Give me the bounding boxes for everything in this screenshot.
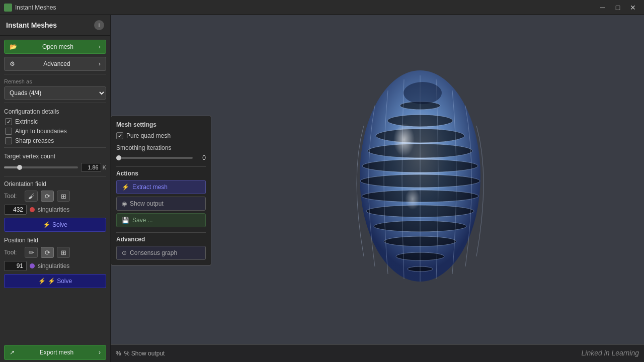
- vertex-unit-label: K: [103, 164, 106, 170]
- extract-mesh-label: Extract mesh: [132, 184, 168, 191]
- divider-1: [4, 74, 106, 74]
- sharp-creases-label: Sharp creases: [15, 137, 54, 144]
- mesh-settings-panel: Mesh settings Pure quad mesh Smoothing i…: [111, 116, 211, 265]
- orientation-sing-dot: [30, 207, 35, 212]
- extract-mesh-button[interactable]: ⚡ Extract mesh: [116, 180, 206, 194]
- tool-label-pos: Tool:: [4, 249, 22, 256]
- bottom-bar: % % Show output: [111, 344, 644, 362]
- close-button[interactable]: ✕: [626, 2, 640, 13]
- window-controls: ─ □ ✕: [596, 2, 640, 13]
- vertex-count-label: Target vertex count: [4, 153, 106, 160]
- open-mesh-button[interactable]: 📂 Open mesh ›: [4, 40, 106, 54]
- viewport: Mesh settings Pure quad mesh Smoothing i…: [111, 15, 644, 362]
- float-divider-2: [116, 232, 206, 233]
- pure-quad-checkbox[interactable]: [116, 132, 123, 139]
- orientation-solve-icon: ⚡: [43, 221, 50, 228]
- orientation-solve-label: Solve: [52, 221, 67, 228]
- smoothing-slider-thumb[interactable]: [116, 155, 121, 160]
- float-divider-1: [116, 166, 206, 167]
- open-mesh-icon: 📂: [10, 43, 17, 50]
- extrinsic-checkbox[interactable]: [5, 118, 12, 125]
- tool-label-orient: Tool:: [4, 193, 22, 200]
- position-tool-row: Tool: ✏ ⟳ ⊞: [4, 247, 106, 258]
- save-button[interactable]: 💾 Save ...: [116, 213, 206, 227]
- pos-rotate-tool-button[interactable]: ⟳: [41, 247, 54, 258]
- smoothing-slider-track: [116, 157, 193, 159]
- export-arrow: ›: [99, 349, 101, 356]
- app-icon: [4, 4, 12, 12]
- minimize-button[interactable]: ─: [596, 2, 610, 13]
- sidebar-title: Instant Meshes: [6, 21, 57, 29]
- extract-mesh-icon: ⚡: [122, 184, 129, 191]
- advanced-arrow: ›: [99, 60, 101, 67]
- save-label: Save ...: [132, 217, 153, 224]
- sidebar-header: Instant Meshes i: [0, 15, 110, 36]
- advanced-icon: ⚙: [10, 60, 15, 67]
- consensus-graph-button[interactable]: ⊙ Consensus graph: [116, 246, 206, 260]
- advanced-button[interactable]: ⚙ Advanced ›: [4, 57, 106, 71]
- remesh-as-label: Remesh as: [4, 78, 106, 84]
- show-output-panel-label: Show output: [130, 200, 164, 207]
- linkedin-watermark: Linked in Learning: [582, 349, 639, 357]
- position-field-title: Position field: [4, 237, 106, 244]
- pure-quad-label: Pure quad mesh: [126, 132, 171, 139]
- mesh-svg: [330, 65, 511, 312]
- show-output-button[interactable]: % % Show output: [116, 350, 165, 357]
- sidebar: Instant Meshes i 📂 Open mesh › ⚙ Advance…: [0, 15, 111, 362]
- brush-tool-button[interactable]: 🖌: [25, 191, 38, 202]
- position-solve-icon: ⚡: [38, 278, 46, 285]
- orientation-field-title: Orientation field: [4, 180, 106, 188]
- vertex-slider-row: 1.86 K: [4, 163, 106, 172]
- svg-point-13: [390, 123, 425, 178]
- info-button[interactable]: i: [94, 20, 104, 30]
- titlebar-title: Instant Meshes: [15, 4, 596, 11]
- position-sing-value[interactable]: 91: [4, 261, 27, 271]
- align-boundaries-checkbox[interactable]: [5, 128, 12, 135]
- vertex-value-input[interactable]: 1.86: [81, 163, 101, 172]
- orientation-solve-button[interactable]: ⚡ Solve: [4, 218, 106, 232]
- pos-grid-tool-button[interactable]: ⊞: [57, 247, 70, 258]
- orientation-sing-label: singularities: [38, 206, 69, 213]
- sharp-creases-row: Sharp creases: [4, 137, 106, 144]
- show-output-panel-button[interactable]: ◉ Show output: [116, 197, 206, 211]
- divider-4: [4, 176, 106, 176]
- sharp-creases-checkbox[interactable]: [5, 137, 12, 144]
- consensus-icon: ⊙: [122, 249, 127, 256]
- smoothing-value: 0: [196, 154, 206, 161]
- open-mesh-label: Open mesh: [42, 43, 73, 50]
- vertex-section: Target vertex count 1.86 K: [4, 153, 106, 172]
- align-boundaries-label: Align to boundaries: [15, 128, 67, 135]
- position-sing-label: singularities: [38, 262, 69, 269]
- export-icon: ↗: [10, 349, 15, 356]
- orientation-sing-value[interactable]: 432: [4, 205, 27, 215]
- sidebar-content: 📂 Open mesh › ⚙ Advanced › Remesh as Qua…: [0, 36, 110, 343]
- divider-3: [4, 147, 106, 148]
- quads-select[interactable]: Quads (4/4): [4, 86, 106, 100]
- orientation-tool-row: Tool: 🖌 ⟳ ⊞: [4, 191, 106, 202]
- align-boundaries-row: Align to boundaries: [4, 128, 106, 135]
- advanced-panel-title: Advanced: [116, 236, 206, 243]
- advanced-label: Advanced: [43, 60, 70, 67]
- smoothing-label: Smoothing iterations: [116, 144, 206, 151]
- vertex-slider-thumb[interactable]: [17, 165, 22, 170]
- grid-tool-button[interactable]: ⊞: [57, 191, 70, 202]
- consensus-label: Consensus graph: [130, 249, 177, 256]
- actions-title: Actions: [116, 170, 206, 177]
- mesh-settings-title: Mesh settings: [116, 121, 206, 128]
- rotate-tool-button[interactable]: ⟳: [41, 191, 54, 202]
- save-icon: 💾: [122, 217, 129, 224]
- maximize-button[interactable]: □: [611, 2, 625, 13]
- position-singularities-row: 91 singularities: [4, 261, 106, 271]
- extrinsic-label: Extrinsic: [15, 118, 38, 125]
- export-label: Export mesh: [40, 349, 73, 356]
- export-mesh-button[interactable]: ↗ Export mesh ›: [4, 345, 106, 360]
- svg-point-15: [404, 82, 442, 104]
- svg-point-14: [403, 189, 428, 224]
- show-output-label: % Show output: [124, 350, 165, 357]
- config-details-title: Configuration details: [4, 108, 106, 115]
- position-solve-button[interactable]: ⚡ ⚡ Solve: [4, 274, 106, 288]
- show-output-icon: ◉: [122, 200, 127, 207]
- position-solve-label: ⚡ Solve: [48, 278, 72, 285]
- pos-brush-tool-button[interactable]: ✏: [25, 247, 38, 258]
- vertex-slider-track: [4, 166, 78, 168]
